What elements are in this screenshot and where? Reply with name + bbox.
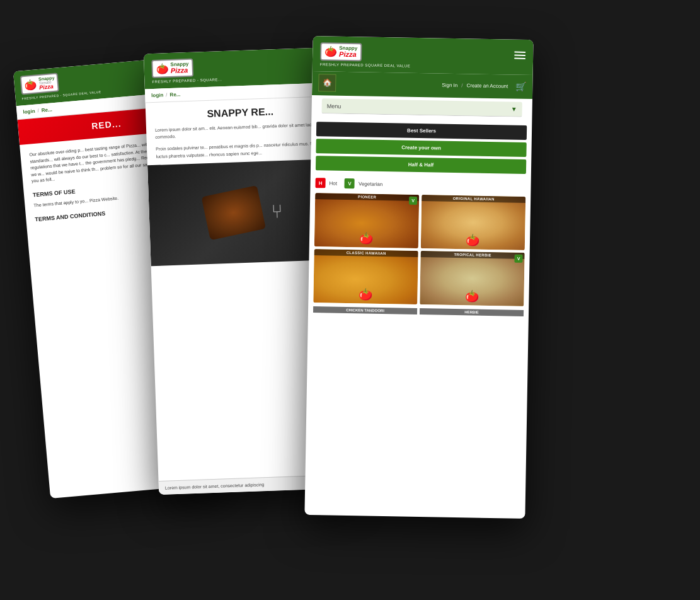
tomato-icon-3: 🍅 <box>324 45 337 57</box>
v-badge-tropical: V <box>514 255 522 263</box>
v-badge-pioneer: V <box>409 197 417 205</box>
phone-card-3: 🍅 Snappy Pizza FRESHLY PREPARED SQUARE D… <box>304 36 533 519</box>
hamburger-menu-icon[interactable] <box>514 51 525 59</box>
mascot-classic: 🍅 <box>359 287 372 301</box>
best-sellers-button[interactable]: Best Sellers <box>316 122 527 140</box>
action-buttons: Best Sellers Create your own Half & Half <box>311 117 532 179</box>
create-account-link[interactable]: Create an Account <box>466 83 508 89</box>
logo-text-1: Snappy Tomato Pizza <box>38 76 55 91</box>
hot-badge: H <box>315 178 325 188</box>
mascot-tropical: 🍅 <box>465 289 479 303</box>
nav-register-2[interactable]: Re... <box>169 91 180 98</box>
signin-separator: / <box>461 83 462 88</box>
signin-bar: 🏠 Sign In / Create an Account 🛒 <box>312 71 533 99</box>
tooltip-text-2: Lorem ipsum dolor sit amet, consectetur … <box>165 482 265 490</box>
phone3-header: 🍅 Snappy Pizza FRESHLY PREPARED SQUARE D… <box>313 36 534 75</box>
logo-text-2: Snappy Pizza <box>170 62 189 74</box>
pizza-cell-pioneer[interactable]: PIONEER V 🍅 <box>314 193 419 248</box>
phone2-header: 🍅 Snappy Pizza FRESHLY PREPARED - SQUARE… <box>144 47 334 89</box>
pizza-text-1: Pizza <box>39 84 55 91</box>
hot-label: Hot <box>329 178 337 188</box>
menu-dropdown[interactable]: Menu ▼ <box>322 98 522 117</box>
cart-icon[interactable]: 🛒 <box>515 81 526 91</box>
building-symbol: 🏠 <box>323 78 332 87</box>
building-icon: 🏠 <box>318 74 336 91</box>
pizza-text-2: Pizza <box>171 67 189 74</box>
hamburger-line-2 <box>514 54 525 55</box>
nav-login-1[interactable]: login <box>23 108 35 115</box>
fork-icon: ⑂ <box>271 200 283 222</box>
hamburger-line-3 <box>514 57 525 59</box>
veg-label: Vegetarian <box>359 178 383 189</box>
sign-in-link[interactable]: Sign In <box>442 82 457 88</box>
pizza-cell-tropical[interactable]: TROPICAL HERBIE V 🍅 <box>420 251 524 306</box>
veg-badge: V <box>345 178 355 188</box>
dropdown-arrow-icon: ▼ <box>511 106 517 113</box>
herbie-label: HERBIE <box>420 308 524 316</box>
pizza-cell-hawaiian[interactable]: ORIGINAL HAWAIIAN 🍅 <box>421 195 525 250</box>
pizza-grid: PIONEER V 🍅 ORIGINAL HAWAIIAN 🍅 CLASSIC … <box>308 190 531 309</box>
create-your-own-button[interactable]: Create your own <box>316 139 526 157</box>
nav-sep-1: / <box>37 108 39 113</box>
tomato-icon-2: 🍅 <box>156 62 169 75</box>
mascot-pioneer: 🍅 <box>359 231 373 245</box>
nav-register-1[interactable]: Re... <box>41 107 52 113</box>
chicken-tandoori-label: CHICKEN TANDOORI <box>313 306 417 314</box>
pizza-text-3: Pizza <box>339 51 357 59</box>
logo-bar-3: 🍅 Snappy Pizza <box>320 42 362 61</box>
lorem-text-2: Proin sodales pulvinar te... penatibus e… <box>147 139 336 160</box>
tomato-icon-1: 🍅 <box>24 78 38 91</box>
logo-box-3: 🍅 Snappy Pizza <box>320 42 362 61</box>
nav-login-2[interactable]: login <box>151 92 163 98</box>
hamburger-line-1 <box>514 51 525 52</box>
logo-box-2: 🍅 Snappy Pizza <box>151 59 193 78</box>
nav-sep-2: / <box>166 92 168 98</box>
pizza-cell-classic[interactable]: CLASSIC HAWAIIAN 🍅 <box>313 249 418 304</box>
mascot-hawaiian: 🍅 <box>466 233 479 247</box>
logo-text-3: Snappy Pizza <box>339 46 357 59</box>
menu-label: Menu <box>327 103 341 109</box>
logo-box-1: 🍅 Snappy Tomato Pizza <box>20 72 60 95</box>
half-and-half-button[interactable]: Half & Half <box>316 156 526 174</box>
pizza-dark-shape <box>201 185 266 240</box>
